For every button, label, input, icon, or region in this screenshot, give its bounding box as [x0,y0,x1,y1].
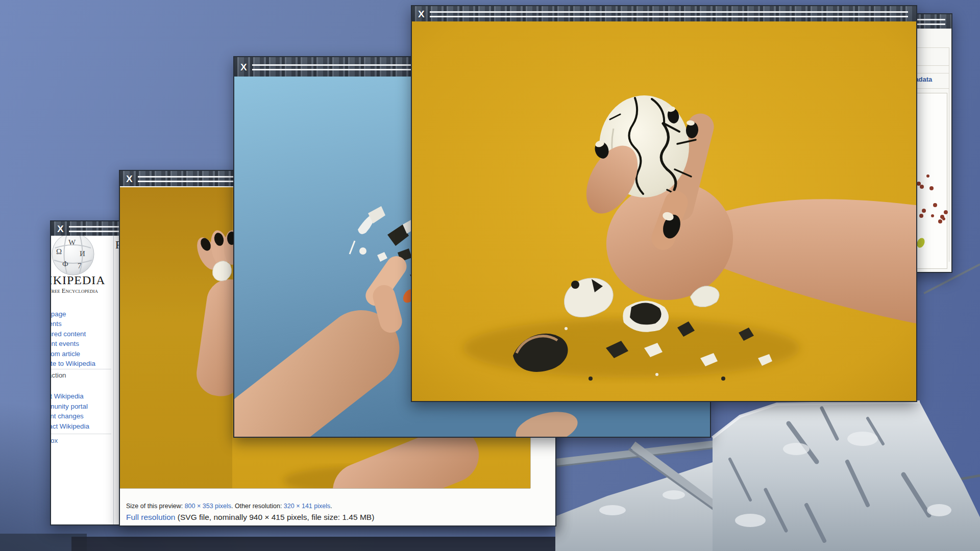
close-icon[interactable]: X [126,174,133,184]
image-window-egg-hand: X [411,5,917,402]
svg-text:И: И [80,249,85,258]
egg-window-titlebar[interactable]: X [412,6,916,21]
sidebar-nav: Main page Contents Featured content Curr… [51,309,116,368]
close-icon[interactable]: X [240,62,247,72]
close-icon[interactable]: X [418,9,425,19]
sidebar-item-recent-changes[interactable]: Recent changes [51,411,116,421]
size-link-320[interactable]: 320 × 141 pixels [284,503,330,510]
full-resolution-link[interactable]: Full resolution [126,513,176,521]
svg-text:7: 7 [78,262,82,270]
sidebar-item-about[interactable]: About Wikipedia [51,391,116,401]
svg-text:Ω: Ω [56,247,62,256]
size-middle: . Other resolution: [231,503,284,510]
sidebar-divider [51,434,111,434]
preview-size-line: Size of this preview: 800 × 353 pixels. … [126,503,332,510]
sidebar-item-current-events[interactable]: Current events [51,339,116,348]
wikipedia-wordmark: WIKIPEDIA [51,273,106,287]
size-suffix: . [330,503,332,510]
sidebar-item-contents[interactable]: Contents [51,319,116,329]
sidebar-item-featured-content[interactable]: Featured content [51,329,116,339]
sidebar-item-contact[interactable]: Contact Wikipedia [51,421,116,431]
sidebar-header-interaction: Interaction [51,371,66,379]
sidebar-item-main-page[interactable]: Main page [51,309,116,319]
sidebar-item-help[interactable]: Help [51,382,116,391]
titlebar-stripes[interactable] [430,10,908,18]
close-icon[interactable]: X [57,224,64,234]
wikipedia-tagline: The Free Encyclopedia [51,287,98,295]
full-resolution-rest: (SVG file, nominally 940 × 415 pixels, f… [176,513,375,521]
size-prefix: Size of this preview: [126,503,185,510]
full-resolution-line: Full resolution (SVG file, nominally 940… [126,513,374,522]
egg-photo-hand [412,21,916,401]
size-link-800[interactable]: 800 × 353 pixels [185,503,231,510]
sidebar-item-community-portal[interactable]: Community portal [51,402,116,411]
sidebar-item-donate[interactable]: Donate to Wikipedia [51,359,116,368]
desktop: X F Ω W [0,0,980,551]
sidebar-header-toolbox[interactable]: Toolbox [51,437,58,444]
sidebar-item-random-article[interactable]: Random article [51,349,116,359]
svg-text:W: W [68,238,76,246]
sidebar-nav-interaction: Help About Wikipedia Community portal Re… [51,382,116,431]
sidebar-divider [51,369,111,369]
svg-text:Ф: Ф [62,260,68,268]
